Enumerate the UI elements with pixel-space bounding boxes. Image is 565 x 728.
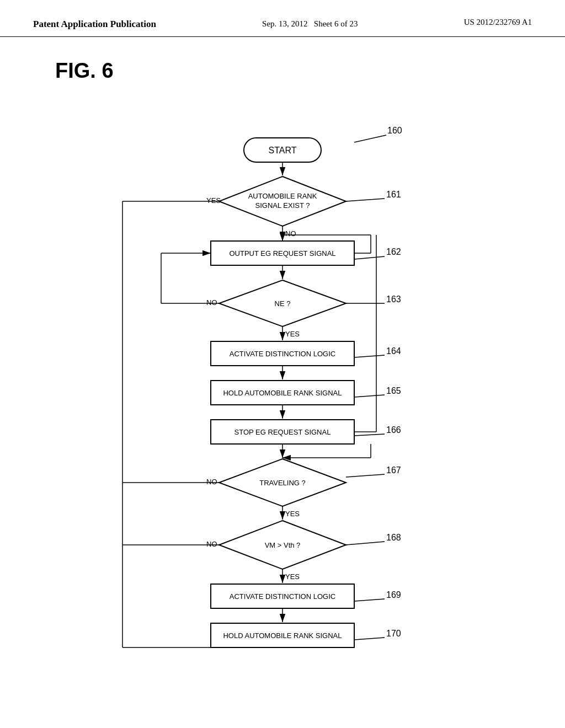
node-166: STOP EG REQUEST SIGNAL [234,428,331,436]
ref-168: 168 [386,533,401,542]
patent-number: US 2012/232769 A1 [464,18,532,27]
sheet-label: Sheet 6 of 23 [314,19,358,28]
node-161-line1: AUTOMOBILE RANK [248,192,317,200]
svg-line-8 [354,256,385,259]
publication-label: Patent Application Publication [33,18,156,31]
date-label: Sep. 13, 2012 [262,19,308,28]
header-center: Sep. 13, 2012 Sheet 6 of 23 [262,18,358,30]
ref-169: 169 [386,590,401,599]
label-yes-161: YES [206,196,221,205]
ref-162: 162 [386,247,401,256]
node-163: NE ? [275,299,291,308]
svg-line-40 [354,599,385,601]
ref-167: 167 [386,465,401,475]
node-165: HOLD AUTOMOBILE RANK SIGNAL [223,389,342,397]
node-164: ACTIVATE DISTINCTION LOGIC [230,350,335,358]
node-167: TRAVELING ? [259,479,306,487]
ref-166: 166 [386,425,401,435]
ref-165: 165 [386,386,401,395]
flowchart-svg: 160 START 161 AUTOMOBILE RANK SIGNAL EXI… [45,99,520,695]
svg-line-25 [354,434,385,436]
svg-line-43 [354,638,385,640]
ref-163: 163 [386,295,401,304]
label-no-163: NO [206,298,217,307]
page-header: Patent Application Publication Sep. 13, … [0,0,565,37]
svg-line-36 [346,542,385,545]
ref-164: 164 [386,346,401,356]
flowchart-diagram: 160 START 161 AUTOMOBILE RANK SIGNAL EXI… [45,99,520,695]
ref-161: 161 [386,190,401,199]
label-no-167: NO [206,478,217,486]
label-yes-168: YES [285,572,300,581]
svg-line-32 [346,474,385,477]
label-yes-163: YES [285,330,300,338]
figure-title: FIG. 6 [55,59,565,83]
svg-line-4 [346,199,385,201]
node-168: VM > Vth ? [265,541,301,549]
node-162: OUTPUT EG REQUEST SIGNAL [229,249,335,258]
node-161-line2: SIGNAL EXIST ? [255,201,310,210]
label-no-161: NO [285,229,296,238]
ref-160: 160 [387,126,402,135]
start-label: START [269,146,297,155]
svg-line-19 [354,355,385,357]
svg-line-1 [354,135,386,142]
ref-170: 170 [386,629,401,638]
node-169: ACTIVATE DISTINCTION LOGIC [230,592,335,601]
node-170: HOLD AUTOMOBILE RANK SIGNAL [223,631,342,640]
svg-line-22 [354,395,385,397]
label-yes-167: YES [285,510,300,518]
label-no-168: NO [206,540,217,548]
